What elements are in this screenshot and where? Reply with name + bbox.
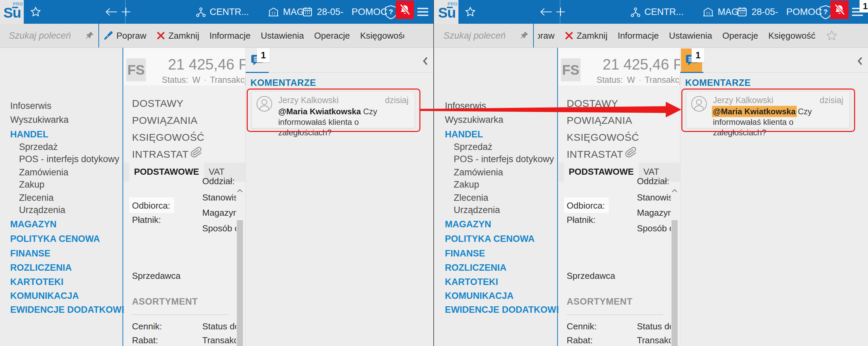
sidebar-item-infoserwis[interactable]: Infoserwis [435, 99, 557, 113]
menu-informacje[interactable]: Informacje [618, 31, 659, 41]
warehouse-selector[interactable]: MAG [718, 7, 739, 17]
collapse-panel-icon[interactable] [422, 57, 428, 65]
paperclip-icon[interactable] [625, 146, 637, 158]
branch-selector[interactable]: CENTR... [644, 7, 684, 17]
sidebar-section-rozliczenia[interactable]: ROZLICZENIA [0, 261, 122, 274]
document-main-area: FS 21 425,46 PLN Status:W·Transakcja: DO… [124, 48, 245, 346]
search-input[interactable]: Szukaj poleceń [444, 24, 506, 47]
app-logo[interactable]: Su PRO [0, 0, 24, 24]
sidebar-section-magazyn[interactable]: MAGAZYN [0, 217, 122, 231]
scrollbar-up-icon[interactable] [236, 185, 244, 196]
app-logo[interactable]: Su PRO [435, 0, 458, 24]
close-document-button[interactable]: Zamknij [156, 31, 199, 41]
scrollbar-up-icon[interactable] [671, 185, 678, 196]
sidebar-item-pos[interactable]: POS - interfejs dotykowy [0, 152, 122, 166]
sidebar-section-kartoteki[interactable]: KARTOTEKI [0, 275, 122, 289]
section-ksiegowosc[interactable]: KSIĘGOWOŚĆ [567, 131, 639, 143]
sidebar-section-polityka-cenowa[interactable]: POLITYKA CENOWA [0, 232, 122, 246]
sidebar-section-ewidencje[interactable]: EWIDENCJE DODATKOWE [435, 303, 557, 316]
back-arrow-icon[interactable] [540, 7, 552, 16]
help-menu[interactable]: POMOC [352, 6, 388, 17]
sidebar-section-ewidencje[interactable]: EWIDENCJE DODATKOWE [0, 303, 122, 316]
tab-podstawowe-label[interactable]: PODSTAWOWE [134, 167, 199, 177]
pin-icon[interactable] [520, 31, 529, 40]
warehouse-icon[interactable] [268, 6, 279, 17]
favorite-star-icon[interactable] [30, 6, 41, 18]
section-dostawy[interactable]: DOSTAWY [567, 97, 618, 110]
section-dostawy[interactable]: DOSTAWY [132, 97, 184, 110]
paperclip-icon[interactable] [190, 146, 203, 158]
section-ksiegowosc[interactable]: KSIĘGOWOŚĆ [132, 131, 204, 143]
favorite-star-icon[interactable] [465, 6, 476, 18]
field-sposob-label: Sposób d [637, 223, 674, 234]
menu-ksiegowosc[interactable]: Księgowość [360, 31, 404, 41]
sidebar-section-komunikacja[interactable]: KOMUNIKACJA [435, 289, 557, 303]
sidebar-section-komunikacja[interactable]: KOMUNIKACJA [0, 289, 122, 303]
section-powiazania[interactable]: POWIĄZANIA [567, 114, 632, 127]
menu-informacje[interactable]: Informacje [209, 31, 250, 41]
date-selector[interactable]: 28-05- [317, 7, 343, 17]
section-intrastat[interactable]: INTRASTAT [132, 148, 189, 160]
sidebar-item-sprzedaz[interactable]: Sprzedaż [435, 140, 557, 154]
help-menu[interactable]: POMOC [786, 6, 822, 17]
sidebar-item-zakup[interactable]: Zakup [435, 178, 557, 191]
date-selector[interactable]: 28-05- [752, 7, 778, 17]
new-tab-plus-icon[interactable] [555, 7, 566, 17]
vertical-scrollbar[interactable] [671, 185, 678, 346]
warehouse-icon[interactable] [703, 6, 714, 17]
warehouse-selector[interactable]: MAG [283, 7, 304, 17]
sidebar-item-zlecenia[interactable]: Zlecenia [435, 191, 557, 205]
sidebar-item-zakup[interactable]: Zakup [0, 178, 122, 191]
notifications-muted-badge[interactable] [396, 1, 414, 19]
edit-button[interactable]: Popraw [538, 31, 554, 41]
close-document-button[interactable]: Zamknij [565, 31, 607, 41]
menu-operacje[interactable]: Operacje [314, 31, 350, 41]
menu-operacje[interactable]: Operacje [722, 31, 758, 41]
sidebar-section-finanse[interactable]: FINANSE [0, 247, 122, 260]
org-structure-icon[interactable] [630, 7, 641, 18]
tab-vat[interactable]: VAT [209, 167, 225, 177]
sidebar-section-handel[interactable]: HANDEL [0, 128, 122, 141]
tab-podstawowe-label[interactable]: PODSTAWOWE [569, 167, 634, 177]
comments-tab-underline [246, 72, 269, 73]
sidebar-item-urzadzenia[interactable]: Urządzenia [0, 203, 122, 217]
calendar-icon[interactable] [737, 6, 748, 17]
field-status-dok-label: Status do [202, 321, 240, 332]
sidebar-section-handel[interactable]: HANDEL [435, 128, 557, 141]
notifications-muted-badge[interactable] [830, 1, 849, 19]
pin-icon[interactable] [85, 31, 94, 40]
collapse-panel-icon[interactable] [857, 57, 863, 65]
back-arrow-icon[interactable] [105, 7, 117, 16]
calendar-icon[interactable] [302, 6, 313, 17]
new-tab-plus-icon[interactable] [121, 7, 131, 17]
scrollbar-thumb[interactable] [237, 220, 243, 346]
section-powiazania[interactable]: POWIĄZANIA [132, 114, 197, 127]
scrollbar-thumb[interactable] [672, 220, 678, 346]
sidebar-item-wyszukiwarka[interactable]: Wyszukiwarka [435, 113, 557, 127]
sidebar-section-polityka-cenowa[interactable]: POLITYKA CENOWA [435, 232, 557, 246]
sidebar-item-zlecenia[interactable]: Zlecenia [0, 191, 122, 205]
toolbar-favorite-star-icon[interactable] [826, 30, 838, 42]
sidebar-section-rozliczenia[interactable]: ROZLICZENIA [435, 261, 557, 274]
menu-ksiegowosc[interactable]: Księgowość [768, 31, 815, 41]
vertical-scrollbar[interactable] [236, 185, 244, 346]
sidebar-item-zamowienia[interactable]: Zamówienia [0, 166, 122, 179]
edit-button[interactable]: Popraw [103, 31, 146, 41]
branch-selector[interactable]: CENTR... [210, 7, 249, 17]
tab-vat[interactable]: VAT [643, 167, 659, 177]
sidebar-item-wyszukiwarka[interactable]: Wyszukiwarka [0, 113, 122, 127]
sidebar-item-zamowienia[interactable]: Zamówienia [435, 166, 557, 179]
sidebar-item-urzadzenia[interactable]: Urządzenia [435, 203, 557, 217]
menu-ustawienia[interactable]: Ustawienia [669, 31, 712, 41]
menu-ustawienia[interactable]: Ustawienia [261, 31, 304, 41]
hamburger-menu-icon[interactable] [417, 8, 428, 18]
sidebar-section-kartoteki[interactable]: KARTOTEKI [435, 275, 557, 289]
sidebar-section-finanse[interactable]: FINANSE [435, 247, 557, 260]
sidebar-item-sprzedaz[interactable]: Sprzedaż [0, 140, 122, 154]
sidebar-section-magazyn[interactable]: MAGAZYN [435, 217, 557, 231]
search-input[interactable]: Szukaj poleceń [9, 24, 71, 47]
sidebar-item-infoserwis[interactable]: Infoserwis [0, 99, 122, 113]
section-intrastat[interactable]: INTRASTAT [567, 148, 623, 160]
sidebar-item-pos[interactable]: POS - interfejs dotykowy [435, 152, 557, 166]
org-structure-icon[interactable] [195, 7, 206, 18]
